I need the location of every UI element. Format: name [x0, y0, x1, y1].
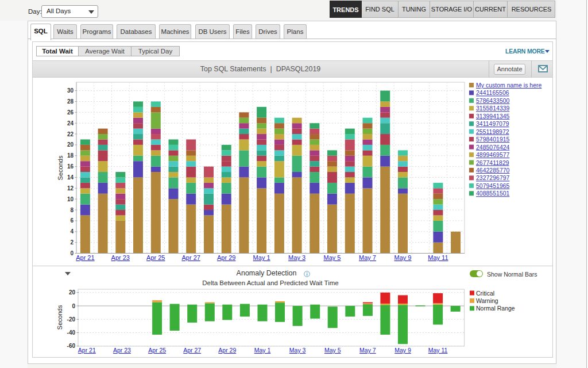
svg-text:Apr 29: Apr 29	[217, 254, 235, 261]
svg-text:-20: -20	[67, 316, 76, 323]
svg-text:-40: -40	[67, 329, 76, 336]
svg-text:4088551501: 4088551501	[476, 190, 510, 197]
svg-text:Seconds: Seconds	[56, 305, 63, 329]
svg-text:2: 2	[70, 239, 74, 246]
svg-text:6: 6	[70, 217, 74, 224]
svg-text:May 9: May 9	[394, 347, 411, 354]
svg-text:30: 30	[67, 87, 74, 94]
svg-text:26: 26	[67, 109, 74, 116]
svg-text:May 5: May 5	[324, 347, 341, 354]
svg-text:22: 22	[67, 131, 74, 137]
svg-text:Normal Range: Normal Range	[476, 305, 515, 312]
svg-text:8: 8	[70, 207, 74, 213]
svg-text:3155814339: 3155814339	[476, 105, 510, 112]
svg-text:12: 12	[67, 185, 74, 191]
svg-text:5079451965: 5079451965	[476, 182, 510, 189]
svg-text:May 11: May 11	[428, 254, 448, 261]
svg-text:May 9: May 9	[394, 254, 412, 261]
svg-text:2677411829: 2677411829	[476, 159, 509, 166]
svg-text:5798401915: 5798401915	[476, 136, 510, 143]
svg-text:28: 28	[67, 98, 74, 105]
svg-text:18: 18	[67, 152, 74, 159]
svg-text:May 7: May 7	[359, 347, 376, 354]
svg-text:May 3: May 3	[289, 347, 306, 354]
svg-text:10: 10	[67, 196, 74, 202]
svg-text:Apr 25: Apr 25	[146, 254, 165, 261]
svg-text:0: 0	[70, 250, 74, 256]
svg-text:Apr 21: Apr 21	[76, 254, 94, 261]
svg-text:May 3: May 3	[288, 254, 305, 261]
svg-text:5786433500: 5786433500	[476, 97, 510, 104]
svg-text:0: 0	[72, 303, 75, 309]
svg-text:Warning: Warning	[476, 297, 498, 304]
svg-text:-60: -60	[67, 343, 76, 349]
svg-text:4: 4	[70, 228, 74, 235]
svg-text:2485076424: 2485076424	[476, 144, 510, 151]
svg-text:May 11: May 11	[428, 347, 448, 354]
svg-text:2441165506: 2441165506	[476, 89, 509, 96]
svg-text:May 7: May 7	[359, 254, 376, 261]
svg-text:20: 20	[69, 289, 76, 296]
svg-text:20: 20	[67, 141, 74, 148]
svg-text:Seconds: Seconds	[57, 155, 64, 180]
svg-text:4642285770: 4642285770	[476, 167, 510, 174]
svg-text:Apr 27: Apr 27	[183, 347, 201, 354]
svg-text:May 5: May 5	[324, 254, 341, 261]
svg-text:2551198972: 2551198972	[476, 128, 509, 135]
svg-text:Apr 23: Apr 23	[113, 347, 131, 354]
svg-text:My custom name is here: My custom name is here	[476, 82, 542, 89]
svg-text:Apr 27: Apr 27	[181, 254, 200, 261]
svg-text:Apr 23: Apr 23	[111, 254, 130, 261]
svg-text:24: 24	[67, 120, 74, 126]
svg-text:May 1: May 1	[253, 254, 270, 261]
svg-text:May 1: May 1	[254, 347, 271, 354]
svg-text:Apr 25: Apr 25	[148, 347, 166, 354]
svg-text:Apr 29: Apr 29	[218, 347, 236, 354]
svg-text:4899469577: 4899469577	[476, 151, 510, 158]
svg-text:14: 14	[67, 174, 74, 181]
svg-text:2327296797: 2327296797	[476, 174, 510, 181]
svg-text:3411497079: 3411497079	[476, 120, 509, 127]
svg-text:Apr 21: Apr 21	[78, 347, 96, 354]
svg-text:3139941345: 3139941345	[476, 113, 510, 120]
svg-text:16: 16	[67, 163, 74, 170]
svg-text:Critical: Critical	[476, 290, 494, 297]
